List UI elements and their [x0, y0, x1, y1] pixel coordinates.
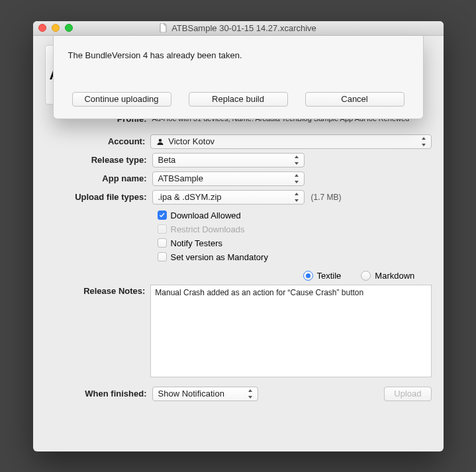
- window-controls: [38, 24, 73, 32]
- download-allowed-checkbox[interactable]: [158, 211, 167, 220]
- continue-uploading-button[interactable]: Continue uploading: [72, 92, 171, 107]
- when-finished-select[interactable]: Show Notification: [152, 387, 258, 401]
- titlebar: ATBSample 30-01-15 14.27.xcarchive: [33, 21, 444, 36]
- mandatory-label: Set version as Mandatory: [171, 252, 268, 262]
- main-window: ATBSample 30-01-15 14.27.xcarchive arco …: [33, 21, 444, 451]
- account-select[interactable]: Victor Kotov: [150, 134, 431, 149]
- minimize-window-button[interactable]: [52, 24, 60, 32]
- restrict-downloads-label: Restrict Downloads: [171, 224, 245, 234]
- when-finished-value: Show Notification: [158, 389, 224, 399]
- upload-button[interactable]: Upload: [384, 387, 431, 401]
- close-window-button[interactable]: [38, 24, 46, 32]
- cancel-button[interactable]: Cancel: [305, 92, 405, 107]
- svg-point-0: [159, 138, 162, 142]
- textile-radio-label: Textile: [317, 271, 342, 281]
- notify-testers-label: Notify Testers: [171, 238, 223, 248]
- when-finished-label: When finished:: [45, 389, 152, 399]
- upload-size: (1.7 MB): [311, 193, 342, 202]
- markdown-radio[interactable]: [361, 271, 371, 281]
- download-allowed-label: Download Allowed: [171, 211, 241, 220]
- account-value: Victor Kotov: [168, 136, 214, 146]
- duplicate-version-sheet: The BundleVersion 4 has already been tak…: [53, 36, 424, 119]
- sheet-message: The BundleVersion 4 has already been tak…: [68, 50, 408, 60]
- release-notes-input[interactable]: [150, 285, 431, 377]
- document-icon: [160, 23, 167, 32]
- restrict-downloads-checkbox: [158, 224, 167, 234]
- textile-radio[interactable]: [303, 271, 313, 281]
- checkbox-group: Download Allowed Restrict Downloads Noti…: [158, 209, 432, 264]
- replace-build-button[interactable]: Replace build: [189, 92, 288, 107]
- app-name-value: ATBSample: [158, 173, 203, 183]
- account-label: Account:: [45, 136, 151, 146]
- app-name-label: App name:: [45, 173, 152, 183]
- window-title: ATBSample 30-01-15 14.27.xcarchive: [171, 23, 316, 33]
- notes-format-radios: Textile Markdown: [303, 271, 432, 281]
- upload-types-value: .ipa & .dSYM.zip: [158, 192, 222, 202]
- person-icon: [156, 138, 164, 146]
- markdown-radio-label: Markdown: [375, 271, 414, 281]
- upload-types-label: Upload file types:: [45, 192, 152, 202]
- mandatory-checkbox[interactable]: [158, 252, 167, 261]
- release-notes-label: Release Notes:: [45, 285, 151, 296]
- zoom-window-button[interactable]: [65, 24, 73, 32]
- release-type-label: Release type:: [45, 155, 152, 165]
- release-type-value: Beta: [158, 155, 176, 165]
- upload-types-select[interactable]: .ipa & .dSYM.zip: [152, 190, 305, 205]
- release-type-select[interactable]: Beta: [152, 153, 305, 167]
- notify-testers-checkbox[interactable]: [158, 238, 167, 248]
- app-name-select[interactable]: ATBSample: [152, 171, 305, 186]
